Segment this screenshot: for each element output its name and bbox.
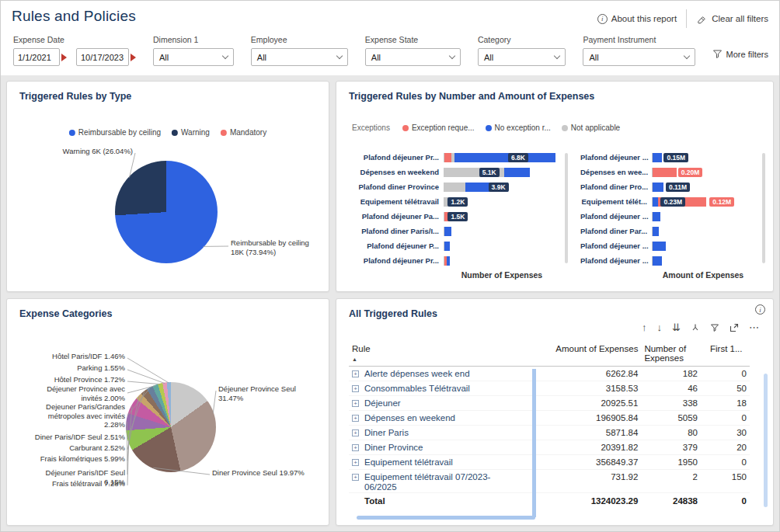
- expense-state-dropdown[interactable]: All: [365, 48, 461, 66]
- expand-icon[interactable]: +: [352, 400, 359, 407]
- clear-all-filters-button[interactable]: Clear all filters: [696, 13, 768, 25]
- bar-segment[interactable]: [653, 168, 677, 177]
- chevron-down-icon: [336, 53, 343, 59]
- expand-icon[interactable]: +: [352, 415, 359, 422]
- expand-icon[interactable]: +: [352, 370, 359, 377]
- bar-row[interactable]: Plafond déjeuner ...: [580, 209, 754, 224]
- table-row[interactable]: +Equipement télétravail356849.3719500: [349, 455, 750, 470]
- filter-label: Employee: [251, 35, 348, 44]
- bar-row[interactable]: Plafond diner Paris/I...: [352, 224, 560, 238]
- table-horizontal-scrollbar[interactable]: [357, 516, 535, 520]
- column-header[interactable]: Amount of Expenses: [545, 342, 642, 367]
- bar-row[interactable]: Dépenses en weekend5.1K: [352, 165, 560, 179]
- about-report-button[interactable]: i About this report: [597, 14, 677, 24]
- legend-label: Mandatory: [230, 128, 266, 137]
- bar-segment[interactable]: [653, 256, 662, 266]
- payment-instrument-dropdown[interactable]: All: [583, 48, 695, 66]
- legend-label: Warning: [181, 128, 210, 137]
- bars-left-scrollbar[interactable]: [565, 153, 568, 263]
- legend-item[interactable]: Warning: [172, 128, 210, 137]
- expand-icon[interactable]: +: [352, 459, 359, 466]
- legend-item[interactable]: No exception r...: [486, 123, 551, 132]
- bar-segment[interactable]: [653, 227, 659, 236]
- chevron-down-icon: [222, 53, 228, 59]
- bar-segment[interactable]: [653, 212, 660, 221]
- bar-segment[interactable]: [444, 242, 450, 251]
- expense-date-from-input[interactable]: 1/1/2021: [13, 48, 60, 66]
- focus-mode-icon[interactable]: [730, 323, 739, 332]
- bar-row[interactable]: Plafond déjeuner Pa...1.5K: [352, 209, 560, 224]
- legend-item[interactable]: Reimbursable by ceiling: [69, 128, 161, 137]
- expense-categories-pie[interactable]: [126, 382, 216, 472]
- pie-slice-label: Carburant 2.52%: [69, 443, 125, 453]
- bar-segment[interactable]: [444, 227, 451, 236]
- bar-segment[interactable]: [504, 168, 530, 177]
- table-column-divider[interactable]: [532, 369, 536, 517]
- table-row[interactable]: +Dépenses en weekend196905.8450590: [349, 411, 750, 426]
- legend-item[interactable]: Mandatory: [221, 128, 266, 137]
- card-expense-categories: Expense Categories Hôtel Paris/IDF 1.46%…: [6, 298, 329, 526]
- expand-icon[interactable]: +: [352, 444, 359, 451]
- rule-cell: +Consommables Télétravail: [349, 381, 545, 396]
- bar-row[interactable]: Dépenses en wee...0.20M: [580, 165, 754, 179]
- rules-type-pie[interactable]: [115, 161, 218, 263]
- expand-hierarchy-icon[interactable]: [691, 323, 700, 332]
- table-row[interactable]: +Consommables Télétravail3158.534650: [349, 381, 750, 396]
- table-row[interactable]: +Equipement télétravail 07/2023-06/20257…: [349, 470, 750, 493]
- legend-item[interactable]: Exception reque...: [402, 123, 475, 132]
- move-up-icon[interactable]: ↑: [642, 322, 647, 332]
- expand-icon[interactable]: +: [352, 429, 359, 436]
- bar-segment[interactable]: [653, 242, 666, 251]
- bar-segment[interactable]: [444, 153, 451, 162]
- bar-segment[interactable]: [653, 183, 663, 192]
- column-header[interactable]: Number of Expenses: [641, 342, 707, 367]
- employee-dropdown[interactable]: All: [251, 48, 348, 66]
- expense-categories-pie-chart: Hôtel Paris/IDF 1.46%Parking 1.55%Hôtel …: [7, 299, 329, 525]
- bar-row[interactable]: Plafond déjeuner P...: [352, 238, 560, 253]
- dimension1-dropdown[interactable]: All: [153, 48, 234, 66]
- table-row[interactable]: +Alerte dépenses week end6262.841820: [349, 367, 750, 381]
- bar-row[interactable]: Plafond diner Province3.9K: [352, 179, 560, 194]
- bar-row[interactable]: Equipement télét...0.23M0.12M: [580, 194, 754, 209]
- move-down-icon[interactable]: ↓: [657, 322, 663, 332]
- bar-segment[interactable]: [653, 153, 662, 162]
- expense-date-to-input[interactable]: 10/17/2023: [76, 48, 129, 66]
- table-row[interactable]: +Diner Paris5871.848030: [349, 426, 750, 440]
- filter-funnel-icon[interactable]: [710, 323, 719, 332]
- bar-fill: [653, 256, 754, 266]
- bar-row[interactable]: Plafond déjeuner ...0.15M: [580, 150, 754, 165]
- bar-row[interactable]: Plafond déjeuner ...: [580, 253, 754, 268]
- expand-icon[interactable]: +: [352, 385, 359, 392]
- bar-track: 5.1K: [444, 168, 560, 177]
- table-vertical-scrollbar[interactable]: [764, 374, 768, 507]
- more-filters-button[interactable]: More filters: [712, 49, 768, 59]
- info-icon[interactable]: i: [755, 304, 765, 315]
- category-dropdown[interactable]: All: [478, 48, 566, 66]
- legend-item[interactable]: Not applicable: [562, 123, 620, 132]
- bar-segment[interactable]: [444, 183, 465, 192]
- validation-triangle-icon: [131, 54, 136, 61]
- expand-icon[interactable]: +: [352, 474, 359, 481]
- bar-segment[interactable]: [454, 153, 555, 162]
- column-header[interactable]: Rule▲: [349, 342, 545, 367]
- sort-descending-icon[interactable]: ⇊: [672, 322, 681, 332]
- bar-track: [444, 242, 560, 251]
- table-row[interactable]: +Diner Province20391.8237920: [349, 440, 750, 455]
- value-cell: 356849.37: [545, 455, 642, 470]
- bar-row[interactable]: Plafond déjeuner Pr...6.8K: [352, 150, 560, 165]
- pie-slice-label: Frais kilométriques 5.99%: [40, 454, 125, 464]
- column-header[interactable]: First 1...: [707, 342, 750, 367]
- bar-row[interactable]: Plafond diner Par...: [580, 224, 754, 238]
- dropdown-value: All: [589, 53, 598, 62]
- table-row[interactable]: +Déjeuner20925.5133818: [349, 396, 750, 411]
- bars-right-scrollbar[interactable]: [762, 153, 765, 263]
- filter-label: Expense State: [365, 35, 461, 44]
- column-header-label: First 1...: [710, 344, 743, 353]
- bar-row[interactable]: Plafond diner Pro...0.11M: [580, 179, 754, 194]
- bar-row[interactable]: Plafond déjeuner ...: [580, 238, 754, 253]
- table-header-row: Rule▲Amount of ExpensesNumber of Expense…: [349, 342, 750, 367]
- more-options-icon[interactable]: ⋯: [749, 322, 759, 332]
- bar-row[interactable]: Plafond déjeuner Pr...: [352, 253, 560, 268]
- bar-row[interactable]: Equipement télétravail1.2K: [352, 194, 560, 209]
- bar-segment[interactable]: [447, 256, 450, 266]
